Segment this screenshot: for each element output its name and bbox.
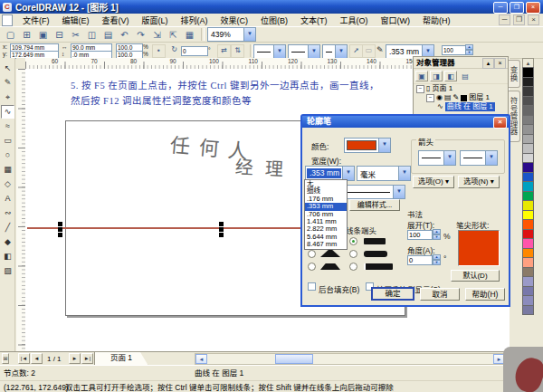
spin-down-icon[interactable]: ▼	[433, 234, 441, 240]
copy-button[interactable]: ◫	[84, 28, 100, 42]
menu-item[interactable]: 工具(O)	[334, 14, 375, 26]
artistic-text-manager[interactable]: 经理	[234, 152, 295, 181]
width-option[interactable]: 8.467 mm	[305, 241, 347, 248]
spin-down-icon[interactable]: ▼	[433, 260, 441, 265]
selection-handle[interactable]	[219, 227, 224, 232]
last-page-button[interactable]: ►|	[81, 353, 93, 364]
mdi-close-button[interactable]: ×	[528, 14, 539, 25]
minimize-button[interactable]: ─	[493, 2, 508, 14]
eyedropper-tool[interactable]: ╱	[1, 221, 14, 234]
menu-item[interactable]: 编辑(E)	[56, 14, 96, 26]
selection-handle[interactable]	[58, 227, 62, 232]
chevron-down-icon[interactable]: ▼	[443, 151, 455, 165]
eye-icon[interactable]: ◉	[436, 93, 443, 102]
prev-page-button[interactable]: ◄	[31, 353, 43, 364]
docker-tab[interactable]: 变换	[507, 60, 520, 88]
horizontal-scrollbar[interactable]: ◄ ►	[195, 353, 506, 365]
chevron-down-icon[interactable]: ▼	[243, 28, 255, 41]
chevron-down-icon[interactable]: ▼	[378, 139, 390, 152]
behind-fill-checkbox[interactable]	[308, 282, 316, 291]
nib-preview[interactable]	[458, 230, 500, 266]
line-style-combo[interactable]: ▼	[288, 44, 320, 59]
menu-item[interactable]: 文本(T)	[294, 14, 334, 26]
edit-across-layers-button[interactable]: ◧	[444, 71, 457, 81]
help-button[interactable]: 帮助(H)	[465, 288, 505, 301]
menu-item[interactable]: 窗口(W)	[375, 14, 417, 26]
import-button[interactable]: ⇲	[149, 28, 165, 42]
mirror-horizontal-button[interactable]: ⇄	[217, 44, 231, 58]
smart-drawing-tool[interactable]: ≈	[1, 120, 14, 133]
chevron-down-icon[interactable]: ▼	[342, 167, 354, 180]
restore-button[interactable]: ❐	[510, 2, 524, 14]
chevron-down-icon[interactable]: ▼	[273, 45, 285, 58]
spin-down-icon[interactable]: ▼	[465, 50, 473, 55]
show-properties-button[interactable]: ◨	[430, 71, 443, 81]
steps-spinner[interactable]: ▲▼	[465, 44, 473, 54]
close-button[interactable]: ×	[526, 2, 540, 14]
selection-handle[interactable]	[219, 233, 224, 237]
tree-row-layer[interactable]: − ◉ ▤ ✎ 图层 1	[414, 93, 508, 102]
tree-expand-icon[interactable]: −	[426, 94, 434, 102]
angle-spinner[interactable]: ▲▼	[433, 254, 441, 264]
options-start-button[interactable]: 选项(O) ▾	[413, 176, 454, 188]
menu-item[interactable]: 位图(B)	[254, 14, 294, 26]
pick-tool[interactable]: ↖	[1, 62, 14, 75]
stretch-spinner[interactable]: ▲▼	[433, 229, 441, 239]
angle-field[interactable]: 0	[407, 255, 433, 265]
zoom-tool[interactable]: ⌖	[1, 91, 14, 104]
end-arrowhead-combo[interactable]: ▼	[460, 150, 498, 166]
outline-tool[interactable]: ◆	[1, 235, 14, 249]
docker-rollup-button[interactable]: ▴	[482, 58, 494, 69]
chevron-down-icon[interactable]: ▼	[308, 45, 319, 58]
chevron-down-icon[interactable]: ▼	[335, 45, 347, 58]
lock-ratio-button[interactable]: ▪	[152, 44, 166, 58]
text-tool[interactable]: A	[1, 192, 14, 206]
corner-round-radio[interactable]	[308, 250, 316, 258]
dialog-close-icon[interactable]: ×	[493, 117, 507, 129]
chevron-down-icon[interactable]: ▼	[485, 151, 497, 165]
pencil-icon[interactable]: ✎	[453, 93, 460, 102]
tree-row-object[interactable]: ∿ 曲线 在 图层 1	[414, 102, 508, 111]
options-end-button[interactable]: 选项(N) ▾	[458, 176, 500, 188]
corner-bevel-radio[interactable]	[308, 263, 316, 271]
basic-shapes-tool[interactable]: ◇	[1, 177, 14, 191]
print-button[interactable]: ⊟	[52, 28, 67, 42]
mdi-minimize-button[interactable]: ─	[499, 14, 510, 25]
start-arrowhead-combo[interactable]: ▼	[418, 150, 456, 166]
first-page-button[interactable]: |◄	[18, 353, 30, 364]
rectangle-tool[interactable]: ▭	[1, 134, 14, 148]
selection-handle[interactable]	[219, 222, 224, 226]
scrollbar-thumb[interactable]	[275, 354, 313, 364]
zoom-level-combo[interactable]: 439% ▼	[207, 27, 256, 42]
graph-paper-tool[interactable]: ▦	[1, 163, 14, 177]
rotation-angle-field[interactable]: 0	[181, 46, 208, 56]
export-button[interactable]: ⇱	[166, 28, 181, 42]
scroll-left-icon[interactable]: ◄	[195, 354, 207, 364]
style-combo[interactable]: ▼	[344, 185, 405, 199]
docker-close-button[interactable]: ×	[494, 58, 506, 69]
pasteboard-toggle-icon[interactable]: ⊞	[2, 353, 9, 364]
cap-butt-radio[interactable]	[349, 237, 357, 245]
end-arrow-combo[interactable]: ▼	[322, 44, 348, 59]
tree-row-page[interactable]: − ▯ 页面 1	[414, 84, 508, 93]
chevron-down-icon[interactable]: ▼	[393, 186, 405, 198]
layer-color-swatch[interactable]	[461, 95, 467, 101]
new-layer-button[interactable]: ▣	[415, 71, 428, 81]
width-unit-combo[interactable]: 毫米 ▼	[357, 166, 411, 181]
save-button[interactable]: ▣	[35, 28, 51, 42]
cap-square-radio[interactable]	[349, 263, 357, 271]
freehand-tool[interactable]: ∿	[1, 105, 14, 119]
default-button[interactable]: 默认(D)	[451, 270, 500, 282]
cut-button[interactable]: ✂	[68, 28, 83, 42]
menu-item[interactable]: 版面(L)	[136, 14, 175, 26]
mirror-vertical-button[interactable]: ⇅	[231, 44, 244, 58]
menu-item[interactable]: 效果(C)	[214, 14, 255, 26]
fill-tool[interactable]: ◧	[1, 250, 14, 263]
start-arrow-combo[interactable]: ▼	[253, 44, 286, 59]
mdi-restore-button[interactable]: ❐	[513, 14, 525, 25]
page-tab[interactable]: 页面 1	[94, 352, 148, 366]
cancel-button[interactable]: 取消	[420, 288, 460, 301]
menu-item[interactable]: 排列(A)	[175, 14, 214, 26]
shape-tool[interactable]: ✎	[1, 76, 14, 90]
palette-swatch[interactable]	[522, 305, 534, 316]
